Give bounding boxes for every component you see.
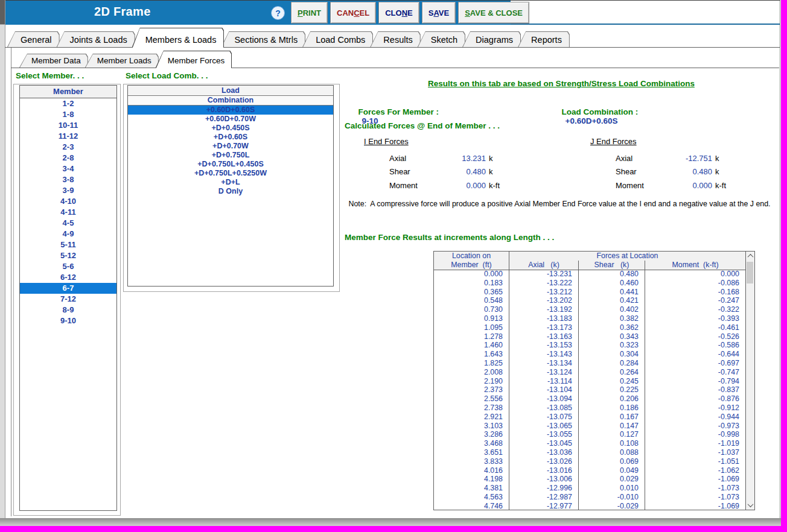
table-cell: 1.278: [434, 332, 509, 341]
table-cell: 0.382: [579, 314, 645, 323]
forces-for-member-label: Forces For Member :: [358, 107, 439, 116]
header-member-ft: Member (ft): [434, 261, 509, 270]
j-end-axial-value: -12.751: [663, 154, 712, 163]
table-cell: -0.944: [645, 413, 745, 422]
member-list-item[interactable]: 2-8: [20, 153, 116, 163]
table-cell: 0.108: [579, 439, 645, 448]
loadcomb-list-item[interactable]: +D+0.70W: [128, 142, 333, 151]
main-tab-strip: GeneralJoints & LoadsMembers & LoadsSect…: [7, 28, 567, 47]
loadcomb-list-item[interactable]: D Only: [128, 187, 333, 196]
header-forces-at-location: Forces at Location: [509, 252, 745, 261]
cancel-button[interactable]: CANCEL: [330, 2, 376, 24]
tab-load-combs-label: Load Combs: [302, 33, 373, 47]
table-cell: -0.912: [645, 404, 745, 413]
print-button[interactable]: PRINT: [291, 2, 328, 24]
tab-diagrams[interactable]: Diagrams: [462, 31, 521, 47]
loadcomb-list-item[interactable]: +D+0.60S: [128, 133, 333, 142]
member-list-item[interactable]: 4-9: [20, 229, 116, 239]
member-list-item[interactable]: 1-8: [20, 109, 116, 120]
table-cell: 3.468: [434, 439, 509, 448]
loadcomb-listbox[interactable]: Load Combination +0.60D+0.60S+0.60D+0.70…: [127, 85, 334, 287]
table-cell: -0.876: [645, 394, 745, 404]
i-end-axial-value: 13.231: [436, 154, 486, 163]
table-cell: -0.973: [645, 422, 745, 431]
table-cell: 0.323: [579, 341, 645, 350]
subtab-member-loads[interactable]: Member Loads: [85, 54, 159, 68]
table-cell: 4.198: [434, 475, 509, 484]
table-cell: -13.192: [509, 305, 579, 314]
table-cell: -0.697: [645, 359, 745, 368]
member-list-item[interactable]: 4-11: [20, 207, 116, 218]
table-row: 0.365-13.2120.441-0.168: [434, 288, 745, 297]
loadcomb-list-item[interactable]: +D+0.450S: [128, 124, 333, 133]
tab-load-combs[interactable]: Load Combs: [302, 31, 373, 47]
member-list-item[interactable]: 4-5: [20, 218, 116, 229]
tab-sections-mtrls[interactable]: Sections & Mtrls: [221, 31, 305, 47]
tab-sketch[interactable]: Sketch: [418, 31, 465, 47]
tab-results[interactable]: Results: [370, 31, 420, 47]
member-list-item[interactable]: 5-6: [20, 261, 116, 272]
table-cell: -0.586: [645, 341, 745, 350]
scrollbar-thumb[interactable]: [747, 262, 753, 283]
tab-sketch-label: Sketch: [418, 33, 465, 47]
clone-button[interactable]: CLONE: [378, 2, 419, 24]
loadcomb-list-item[interactable]: +D+0.750L+0.450S: [128, 160, 333, 169]
member-list-item[interactable]: 2-3: [20, 142, 116, 153]
table-cell: -13.124: [509, 368, 579, 377]
i-end-shear-label: Shear: [364, 167, 436, 176]
scroll-down-icon[interactable]: [746, 501, 754, 510]
member-list-item[interactable]: 3-8: [20, 174, 116, 185]
member-list-item[interactable]: 1-2: [20, 98, 116, 109]
loadcomb-list-item[interactable]: +D+0.750L+0.5250W: [128, 169, 333, 178]
member-list-item[interactable]: 3-9: [20, 185, 116, 196]
save-and-close-button[interactable]: SAVE & CLOSE: [458, 2, 529, 24]
subtab-member-data[interactable]: Member Data: [19, 54, 88, 68]
table-row: 3.833-13.0260.069-1.051: [434, 457, 745, 466]
table-cell: -12.977: [509, 502, 579, 510]
tab-members-loads[interactable]: Members & Loads: [132, 28, 225, 47]
table-cell: -0.747: [645, 368, 745, 377]
save-button[interactable]: SAVE: [422, 2, 456, 24]
table-cell: -13.055: [509, 430, 579, 439]
subtab-member-forces[interactable]: Member Forces: [156, 51, 232, 68]
scroll-up-icon[interactable]: [746, 252, 754, 261]
member-list-item[interactable]: 8-9: [20, 305, 116, 315]
i-end-shear-unit: k: [489, 167, 493, 176]
force-results-table: Location on Forces at Location Member (f…: [433, 251, 755, 510]
member-list-item[interactable]: 6-7: [20, 283, 116, 294]
i-end-row-axial: Axial13.231k: [364, 151, 533, 165]
table-cell: -13.006: [509, 475, 579, 484]
table-cell: -1.037: [645, 448, 745, 457]
member-list-item[interactable]: 3-4: [20, 163, 116, 174]
table-cell: -13.153: [509, 341, 579, 350]
table-cell: -1.073: [645, 484, 745, 493]
member-list-item[interactable]: 4-10: [20, 196, 116, 207]
tab-reports-label: Reports: [518, 33, 570, 47]
table-row: 0.913-13.1830.382-0.393: [434, 314, 745, 323]
tab-reports[interactable]: Reports: [518, 31, 570, 47]
table-cell: 0.365: [434, 288, 509, 297]
loadcomb-list-item[interactable]: +D+0.750L: [128, 151, 333, 160]
tab-joints-loads[interactable]: Joints & Loads: [57, 31, 135, 47]
loadcomb-list-item[interactable]: +D+L: [128, 178, 333, 187]
member-list-item[interactable]: 5-11: [20, 239, 116, 250]
member-list-item[interactable]: 11-12: [20, 131, 116, 142]
table-row: 4.563-12.987-0.010-1.073: [434, 493, 745, 502]
table-cell: -13.016: [509, 466, 579, 475]
table-cell: 0.304: [579, 350, 645, 359]
table-row: 1.278-13.1630.343-0.526: [434, 332, 745, 341]
table-cell: -13.163: [509, 332, 579, 341]
member-list-item[interactable]: 9-10: [20, 315, 116, 326]
member-list-item[interactable]: 6-12: [20, 272, 116, 283]
table-scrollbar[interactable]: [745, 252, 754, 510]
member-listbox[interactable]: Member 1-21-810-1111-122-32-83-43-83-94-…: [19, 85, 117, 511]
tab-general[interactable]: General: [7, 31, 60, 47]
j-end-forces: J End Forces Axial-12.751kShear0.480kMom…: [590, 137, 759, 192]
member-list-item[interactable]: 10-11: [20, 120, 116, 131]
member-list-item[interactable]: 7-12: [20, 294, 116, 305]
subtab-member-data-label: Member Data: [19, 54, 88, 68]
help-icon[interactable]: ?: [271, 6, 285, 20]
loadcomb-list-item[interactable]: +0.60D+0.60S: [128, 106, 333, 115]
loadcomb-list-item[interactable]: +0.60D+0.70W: [128, 115, 333, 124]
member-list-item[interactable]: 5-12: [20, 250, 116, 261]
